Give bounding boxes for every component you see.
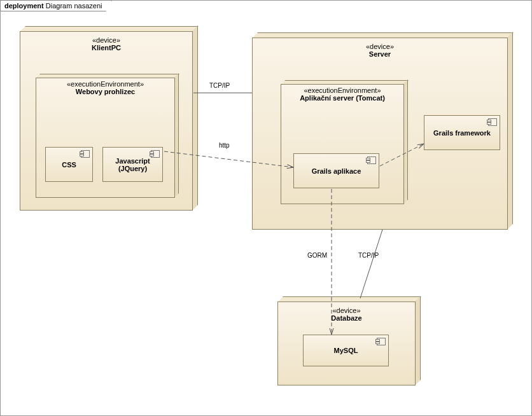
- component-grails-framework: Grails framework: [424, 115, 500, 150]
- exec-env-browser: «executionEnvironment» Webovy prohlizec …: [36, 74, 179, 198]
- component-icon: [81, 150, 90, 158]
- grails-framework-label: Grails framework: [433, 129, 491, 137]
- db-stereotype: «device»: [277, 307, 416, 314]
- component-icon: [367, 156, 376, 164]
- svg-line-4: [360, 230, 382, 298]
- exec-env-tomcat: «executionEnvironment» Aplikační server …: [281, 80, 408, 204]
- tomcat-name: Aplikační server (Tomcat): [281, 94, 404, 102]
- grails-app-label: Grails aplikace: [312, 167, 361, 175]
- js-label: Javascript (JQuery): [106, 157, 160, 172]
- db-name: Databaze: [277, 314, 416, 322]
- server-name: Server: [252, 50, 508, 58]
- component-icon: [377, 338, 386, 345]
- label-tcpip-client-server: TCP/IP: [209, 82, 230, 89]
- client-name: KlientPC: [20, 44, 193, 52]
- client-stereotype: «device»: [20, 36, 193, 44]
- tomcat-stereotype: «executionEnvironment»: [281, 87, 404, 94]
- component-javascript: Javascript (JQuery): [102, 147, 163, 182]
- node-client-pc: «device» KlientPC «executionEnvironment»…: [20, 26, 198, 211]
- diagram-canvas: deployment Diagram nasazeni «device» Kli…: [0, 0, 532, 416]
- browser-stereotype: «executionEnvironment»: [36, 80, 175, 88]
- component-css: CSS: [45, 147, 93, 182]
- component-icon: [151, 150, 160, 158]
- node-server: «device» Server «executionEnvironment» A…: [252, 32, 513, 230]
- component-grails-app: Grails aplikace: [293, 153, 379, 188]
- node-database: «device» Databaze MySQL: [277, 296, 421, 385]
- diagram-title-tab: deployment Diagram nasazeni: [0, 0, 112, 11]
- label-gorm: GORM: [307, 252, 327, 259]
- browser-name: Webovy prohlizec: [36, 88, 175, 95]
- diagram-title-prefix: deployment: [4, 2, 44, 10]
- css-label: CSS: [62, 161, 76, 169]
- diagram-title-name: Diagram nasazeni: [46, 2, 102, 10]
- label-http: http: [219, 142, 230, 149]
- label-tcpip-server-db: TCP/IP: [358, 252, 379, 259]
- server-stereotype: «device»: [252, 43, 508, 50]
- component-mysql: MySQL: [303, 335, 389, 366]
- component-icon: [488, 118, 497, 126]
- mysql-label: MySQL: [334, 347, 358, 354]
